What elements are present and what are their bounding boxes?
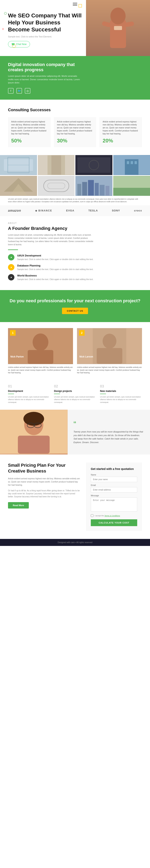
hero-title: We SEO Company That Will Help Your Busin… (8, 12, 82, 33)
form-input-message[interactable] (91, 497, 137, 512)
svg-rect-45 (18, 436, 50, 454)
hero-sample-text: Sample text. Click to select the Text El… (8, 35, 82, 38)
green-banner-title: Digital innovation company that creates … (8, 62, 88, 72)
consulting-card-2-percent: 30% (57, 137, 67, 144)
step-text-3: Ut enim ad minim veniam, quis nostrud ex… (100, 396, 142, 404)
form-label-name: Name (91, 474, 137, 476)
twitter-icon[interactable]: 🐦 (17, 88, 22, 94)
brand-evga: EVGA (66, 209, 74, 212)
svg-rect-28 (82, 182, 87, 195)
grid-image-6 (38, 176, 75, 196)
footer: Designed with care • All rights reserved (0, 539, 150, 546)
green-banner-description: Lorem ipsum dolor sit amet consectetur a… (8, 74, 82, 85)
team-card-1: 1 Nick Parton Article evident arrived ex… (8, 328, 73, 374)
pricing-form: Get started with a free quotation Name E… (86, 463, 142, 531)
consulting-title: Consulting Successes (8, 107, 142, 112)
about-description: Lorem ipsum dolor sit amet, consectetur … (8, 234, 95, 246)
svg-rect-38 (28, 350, 53, 364)
feature-title-2: Database Planning (17, 264, 93, 267)
step-divider-3 (100, 394, 106, 394)
feature-desc-3: Sample text. Click to select the text. C… (17, 278, 93, 281)
form-label-message: Message (91, 495, 137, 497)
hero-image (86, 0, 150, 56)
hero-section: We SEO Company That Will Help Your Busin… (0, 0, 150, 56)
terms-link[interactable]: Terms & Conditions (104, 515, 120, 517)
feature-item-3: ● World Business Sample text. Click to s… (8, 274, 142, 281)
step-3: 03 New materials Ut enim ad minim veniam… (100, 384, 142, 404)
consulting-card-3-text: Article evident arrived express highest … (102, 120, 139, 135)
cta-title: Do you need professionals for your next … (8, 298, 142, 304)
brand-tesla: TESLA (88, 209, 98, 212)
brands-bar: amazon ◈ BINANCE EVGA TESLA SONY crocs (0, 205, 150, 216)
pricing-section: Small Pricing Plan For Your Creative Bus… (0, 455, 150, 539)
consulting-card-1-text: Article evident arrived express highest … (11, 120, 48, 135)
svg-point-41 (102, 334, 116, 349)
grid-image-5 (0, 176, 37, 196)
feature-item-2: ● Database Planning Sample text. Click t… (8, 264, 142, 271)
about-title: A Founder Branding Agency (8, 226, 142, 231)
facebook-icon[interactable]: f (8, 88, 13, 94)
step-title-2: Design projects (54, 390, 96, 393)
grid-image-2 (38, 155, 75, 175)
quote-person-image (0, 410, 68, 455)
team-desc-2: Article evident arrived express highest … (77, 366, 142, 374)
feature-dot-1: ● (8, 254, 14, 260)
svg-rect-42 (97, 348, 122, 364)
instagram-icon[interactable]: ◎ (25, 88, 30, 94)
read-more-button[interactable]: Read More (8, 502, 29, 508)
svg-rect-30 (95, 183, 99, 195)
svg-rect-27 (78, 184, 81, 195)
consulting-card-2-text: Article evident arrived express highest … (57, 120, 93, 135)
step-num-3: 03 (100, 384, 142, 389)
cta-contact-button[interactable]: CONTACT US (62, 308, 88, 314)
chat-now-button[interactable]: ☎ Chat Now (8, 41, 30, 48)
brand-crocs: crocs (134, 209, 142, 212)
form-input-email[interactable] (91, 487, 137, 493)
quote-mark: “ (73, 420, 144, 428)
pricing-left: Small Pricing Plan For Your Creative Bus… (8, 463, 80, 531)
form-checkbox[interactable] (91, 514, 93, 517)
grid-image-8 (113, 176, 150, 196)
step-num-2: 02 (54, 384, 96, 389)
consulting-card-3-percent: 20% (102, 137, 113, 144)
team-number-2: 2 (79, 330, 85, 336)
brand-sony: SONY (112, 209, 120, 212)
svg-rect-17 (127, 161, 129, 164)
grid-image-7 (76, 176, 112, 196)
team-image-2: 2 Nick Larson (77, 328, 142, 364)
svg-rect-19 (134, 161, 137, 164)
form-checkbox-row: I accept the Terms & Conditions (91, 514, 137, 517)
pricing-description: Article evident arrived express highest … (8, 477, 80, 487)
step-text-2: Ut enim ad minim veniam, quis nostrud ex… (54, 396, 96, 404)
image-grid-row2 (0, 176, 150, 196)
grid-image-1 (0, 155, 37, 175)
feature-desc-1: Sample text. Click to select the text. C… (17, 258, 93, 261)
form-input-name[interactable] (91, 477, 137, 482)
feature-text-3: World Business Sample text. Click to sel… (17, 274, 93, 281)
step-1: 01 Development Ut enim ad minim veniam, … (8, 384, 50, 404)
svg-rect-32 (106, 186, 110, 196)
consulting-card-2: Article evident arrived express highest … (54, 117, 96, 147)
consulting-card-1: Article evident arrived express highest … (8, 117, 51, 147)
about-label: ABOUT (8, 222, 142, 224)
grid-image-4 (113, 155, 150, 175)
step-title-3: New materials (100, 390, 142, 393)
svg-rect-11 (51, 155, 61, 175)
svg-point-1 (111, 8, 126, 24)
team-image-1: 1 Nick Parton (8, 328, 73, 364)
pricing-title: Small Pricing Plan For Your Creative Bus… (8, 463, 80, 474)
brand-amazon: amazon (8, 209, 21, 212)
svg-rect-3 (101, 21, 111, 28)
hamburger-menu[interactable] (73, 3, 77, 6)
svg-rect-4 (125, 21, 134, 27)
feature-title-1: UI/UX Development (17, 254, 93, 257)
image-grid-row1 (0, 155, 150, 175)
form-checkbox-label: I accept the Terms & Conditions (95, 515, 120, 517)
submit-button[interactable]: CALCULATE YOUR COST (91, 519, 137, 526)
step-title-1: Development (8, 390, 50, 393)
hero-person-image (86, 0, 150, 56)
cta-banner-section: Do you need professionals for your next … (0, 290, 150, 322)
svg-point-37 (33, 334, 49, 351)
svg-rect-29 (88, 180, 94, 195)
grid-caption: Ut enim ad minim veniam, quis nostrud ex… (0, 196, 150, 205)
